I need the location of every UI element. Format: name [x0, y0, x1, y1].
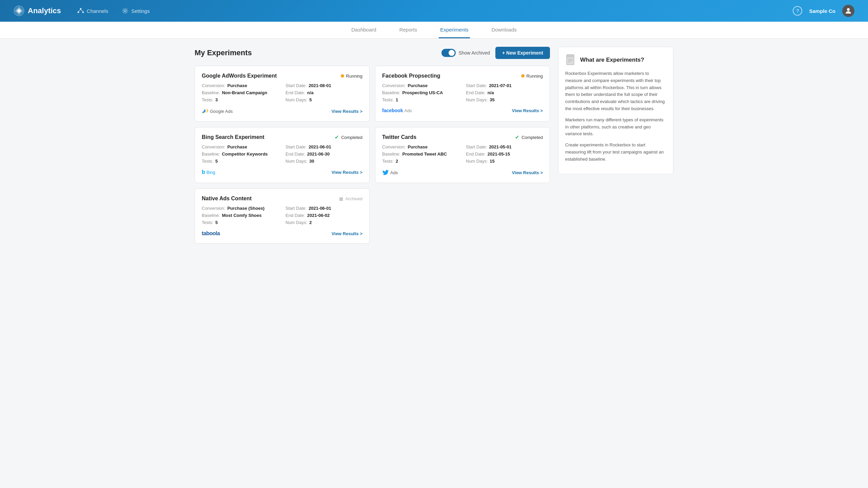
svg-point-8	[847, 8, 850, 11]
field-num-days: Num Days: 2	[285, 220, 362, 225]
page-content: My Experiments Show Archived + New Exper…	[186, 39, 682, 252]
sidebar-section: What are Experiments? Rockerbox Experime…	[558, 47, 673, 244]
platform-logo-google: Google Ads	[202, 108, 233, 115]
platform-logo-bing: b Bing	[202, 169, 215, 175]
main-section: My Experiments Show Archived + New Exper…	[195, 47, 550, 244]
toggle-knob	[449, 50, 455, 56]
analytics-icon	[14, 5, 24, 16]
twitter-icon	[382, 169, 389, 176]
status-badge: ✔ Completed	[335, 134, 362, 140]
field-start-date: Start Date: 2021-06-01	[285, 206, 362, 211]
field-tests: Tests: 3	[202, 97, 279, 102]
card-header: Twitter Cards ✔ Completed	[382, 134, 543, 140]
svg-rect-11	[567, 55, 574, 57]
view-results-link[interactable]: View Results >	[512, 108, 543, 113]
sidebar-para-2: Marketers run many different types of ex…	[565, 117, 666, 138]
settings-label: Settings	[131, 8, 150, 14]
card-fields: Conversion: Purchase Start Date: 2021-06…	[202, 144, 362, 164]
top-nav-right: ? Sample Co	[793, 5, 854, 17]
svg-point-9	[202, 112, 204, 113]
channels-label: Channels	[87, 8, 108, 14]
native-ads-row: Native Ads Content ▦ Archived Conversion…	[195, 188, 550, 244]
platform-name: Google Ads	[210, 109, 233, 114]
status-badge: ✔ Completed	[515, 134, 543, 140]
svg-line-6	[81, 9, 83, 12]
field-start-date: Start Date: 2021-05-01	[466, 144, 543, 149]
card-fields: Conversion: Purchase Start Date: 2021-07…	[382, 83, 543, 102]
status-dot	[521, 74, 525, 78]
card-title: Google AdWords Experiment	[202, 73, 277, 79]
experiments-grid: Google AdWords Experiment Running Conver…	[195, 66, 550, 183]
field-end-date: End Date: 2021-06-30	[285, 151, 362, 157]
field-baseline: Baseline: Promoted Tweet ABC	[382, 151, 459, 157]
svg-point-1	[18, 9, 20, 12]
svg-point-7	[124, 10, 126, 12]
card-header: Facebook Propsecting Running	[382, 73, 543, 79]
show-archived-control[interactable]: Show Archived	[441, 49, 490, 57]
show-archived-label: Show Archived	[458, 50, 490, 56]
subnav-dashboard[interactable]: Dashboard	[350, 22, 377, 38]
field-baseline: Baseline: Prospecting US-CA	[382, 90, 459, 95]
subnav-experiments[interactable]: Experiments	[439, 22, 470, 38]
field-tests: Tests: 1	[382, 97, 459, 102]
card-title: Twitter Cards	[382, 134, 416, 140]
sidebar-title: What are Experiments?	[580, 57, 644, 63]
experiments-info-card: What are Experiments? Rockerbox Experime…	[558, 47, 673, 174]
channels-nav-link[interactable]: Channels	[77, 7, 108, 14]
settings-nav-link[interactable]: Settings	[122, 7, 150, 14]
bing-icon: b	[202, 169, 205, 175]
view-results-link[interactable]: View Results >	[332, 170, 362, 175]
help-button[interactable]: ?	[793, 6, 802, 16]
new-experiment-button[interactable]: + New Experiment	[495, 47, 550, 59]
card-footer: taboola View Results >	[202, 230, 362, 237]
field-end-date: End Date: 2021-05-15	[466, 151, 543, 157]
google-ads-icon	[202, 108, 209, 115]
view-results-link[interactable]: View Results >	[332, 231, 362, 236]
platform-logo-twitter: Ads	[382, 169, 398, 176]
sub-navigation: Dashboard Reports Experiments Downloads	[0, 22, 868, 39]
card-fields: Conversion: Purchase (Shoes) Start Date:…	[202, 206, 362, 225]
platform-logo-facebook: facebook Ads	[382, 108, 412, 113]
subnav-downloads[interactable]: Downloads	[490, 22, 518, 38]
sidebar-para-3: Create experiments in Rockerbox to start…	[565, 142, 666, 163]
view-results-link[interactable]: View Results >	[512, 170, 543, 175]
field-start-date: Start Date: 2021-07-01	[466, 83, 543, 88]
fb-text: facebook	[382, 108, 403, 113]
company-name: Sample Co	[809, 8, 835, 14]
field-tests: Tests: 2	[382, 159, 459, 164]
field-num-days: Num Days: 35	[466, 97, 543, 102]
field-baseline: Baseline: Non-Brand Campaign	[202, 90, 279, 95]
status-badge: Running	[521, 74, 543, 79]
top-nav-links: Channels Settings	[77, 7, 150, 14]
field-conversion: Conversion: Purchase	[202, 83, 279, 88]
svg-point-2	[80, 8, 81, 10]
card-fields: Conversion: Purchase Start Date: 2021-08…	[202, 83, 362, 102]
status-check-icon: ✔	[335, 134, 339, 140]
field-conversion: Conversion: Purchase	[382, 83, 459, 88]
sidebar-para-1: Rockerbox Experiments allow marketers to…	[565, 70, 666, 113]
svg-point-3	[77, 12, 79, 13]
card-title: Facebook Propsecting	[382, 73, 440, 79]
archive-icon: ▦	[339, 196, 343, 201]
show-archived-toggle[interactable]	[441, 49, 456, 57]
fb-ads-text: Ads	[404, 108, 412, 113]
status-check-icon: ✔	[515, 134, 519, 140]
field-num-days: Num Days: 30	[285, 159, 362, 164]
user-avatar[interactable]	[842, 5, 854, 17]
field-baseline: Baseline: Competitor Keywords	[202, 151, 279, 157]
card-footer: b Bing View Results >	[202, 169, 362, 175]
card-title: Native Ads Content	[202, 196, 252, 202]
view-results-link[interactable]: View Results >	[332, 109, 362, 114]
brand-logo[interactable]: Analytics	[14, 5, 61, 16]
svg-line-5	[78, 9, 81, 12]
page-header: My Experiments Show Archived + New Exper…	[195, 47, 550, 59]
status-label: Completed	[341, 135, 362, 140]
card-title: Bing Search Experiment	[202, 134, 264, 140]
sidebar-card-header: What are Experiments?	[565, 54, 666, 66]
subnav-reports[interactable]: Reports	[398, 22, 419, 38]
status-label: Archived	[345, 196, 362, 201]
card-footer: Google Ads View Results >	[202, 108, 362, 115]
field-num-days: Num Days: 5	[285, 97, 362, 102]
platform-logo-taboola: taboola	[202, 230, 220, 237]
card-header: Native Ads Content ▦ Archived	[202, 196, 362, 202]
